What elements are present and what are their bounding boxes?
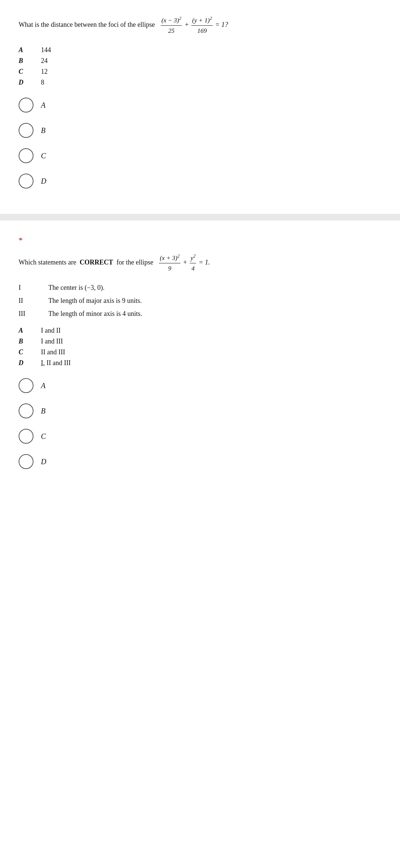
q2-fraction2: y2 4 (190, 253, 196, 273)
q1-choice-c-value: 12 (41, 68, 48, 76)
q2-radio-c-label: C (41, 432, 46, 441)
q1-radio-c[interactable] (19, 148, 33, 163)
q1-choice-d-letter: D (19, 79, 41, 86)
q1-radio-b-row[interactable]: B (19, 123, 381, 138)
q1-radio-d[interactable] (19, 174, 33, 189)
q1-radio-c-label: C (41, 152, 46, 160)
q2-radio-d[interactable] (19, 454, 33, 469)
statement-II-num: II (19, 297, 48, 305)
statement-III-num: III (19, 310, 48, 318)
q2-den1: 9 (167, 263, 172, 273)
q1-radio-options: A B C D (19, 98, 381, 189)
q1-choice-b: B 24 (19, 57, 381, 65)
q1-choice-b-value: 24 (41, 57, 48, 65)
q1-choice-c: C 12 (19, 68, 381, 76)
q2-choice-a: A I and II (19, 327, 381, 335)
q2-choice-c-value: II and III (41, 348, 65, 356)
q1-radio-d-row[interactable]: D (19, 174, 381, 189)
q1-radio-d-label: D (41, 177, 46, 186)
q1-radio-b-label: B (41, 126, 45, 135)
q2-radio-c-row[interactable]: C (19, 429, 381, 444)
q2-num2: y2 (190, 253, 196, 263)
q1-den2: 169 (196, 26, 208, 36)
q1-choice-b-letter: B (19, 57, 41, 65)
q2-answer-choices: A I and II B I and III C II and III D I,… (19, 327, 381, 367)
q1-choice-d: D 8 (19, 79, 381, 86)
q2-choice-d: D I, II and III (19, 359, 381, 367)
q1-den1: 25 (167, 26, 175, 36)
q1-choice-a-letter: A (19, 46, 41, 54)
statement-II-text: The length of major axis is 9 units. (48, 297, 142, 305)
q2-choice-d-value: I, II and III (41, 359, 71, 367)
q1-choice-c-letter: C (19, 68, 41, 76)
q2-choice-c-letter: C (19, 348, 41, 356)
q1-radio-a-label: A (41, 101, 45, 110)
q2-radio-options: A B C D (19, 378, 381, 469)
q1-radio-c-row[interactable]: C (19, 148, 381, 163)
q1-radio-b[interactable] (19, 123, 33, 138)
q1-num1: (x − 3)2 (161, 15, 182, 26)
q1-choice-a: A 144 (19, 46, 381, 54)
q1-choice-a-value: 144 (41, 46, 51, 54)
q2-choice-a-value: I and II (41, 327, 61, 335)
q1-radio-a-row[interactable]: A (19, 98, 381, 113)
q1-formula: (x − 3)2 25 + (y + 1)2 169 = 1? (160, 15, 228, 36)
required-asterisk: * (0, 224, 400, 249)
q2-radio-b[interactable] (19, 403, 33, 418)
question-2-text: Which statements are CORRECT for the ell… (19, 253, 381, 273)
q2-radio-d-label: D (41, 457, 46, 466)
q1-fraction2: (y + 1)2 169 (191, 15, 212, 36)
statement-III-text: The length of minor axis is 4 units. (48, 310, 142, 318)
q1-text-before: What is the distance between the foci of… (19, 21, 155, 28)
q2-radio-c[interactable] (19, 429, 33, 444)
q1-num2: (y + 1)2 (191, 15, 212, 26)
q2-choice-d-letter: D (19, 359, 41, 367)
q2-text-middle: for the ellipse (116, 259, 153, 266)
q2-statements: I The center is (−3, 0). II The length o… (19, 284, 381, 318)
statement-I-row: I The center is (−3, 0). (19, 284, 381, 292)
q1-fraction1: (x − 3)2 25 (161, 15, 182, 36)
q2-radio-a[interactable] (19, 378, 33, 393)
q2-formula: (x + 3)2 9 + y2 4 = 1. (158, 253, 210, 273)
statement-II-row: II The length of major axis is 9 units. (19, 297, 381, 305)
q2-choice-a-letter: A (19, 327, 41, 335)
statement-I-text: The center is (−3, 0). (48, 284, 105, 292)
question-1-text: What is the distance between the foci of… (19, 15, 381, 36)
q2-bold-word: CORRECT (80, 259, 113, 266)
question-2-block: Which statements are CORRECT for the ell… (0, 249, 400, 491)
q1-radio-a[interactable] (19, 98, 33, 113)
q2-choice-b-value: I and III (41, 338, 63, 345)
q2-radio-a-row[interactable]: A (19, 378, 381, 393)
q2-fraction1: (x + 3)2 9 (159, 253, 180, 273)
statement-I-num: I (19, 284, 48, 292)
q2-choice-b: B I and III (19, 338, 381, 345)
q2-radio-b-row[interactable]: B (19, 403, 381, 418)
q2-den2: 4 (191, 263, 195, 273)
q2-radio-a-label: A (41, 381, 45, 390)
q1-answer-choices: A 144 B 24 C 12 D 8 (19, 46, 381, 86)
q2-choice-c: C II and III (19, 348, 381, 356)
q2-choice-b-letter: B (19, 338, 41, 345)
q2-num1: (x + 3)2 (159, 253, 180, 263)
question-1-block: What is the distance between the foci of… (0, 0, 400, 210)
q2-text-before: Which statements are (19, 259, 76, 266)
section-divider (0, 214, 400, 221)
q2-radio-d-row[interactable]: D (19, 454, 381, 469)
q1-choice-d-value: 8 (41, 79, 44, 86)
statement-III-row: III The length of minor axis is 4 units. (19, 310, 381, 318)
q2-radio-b-label: B (41, 407, 45, 415)
